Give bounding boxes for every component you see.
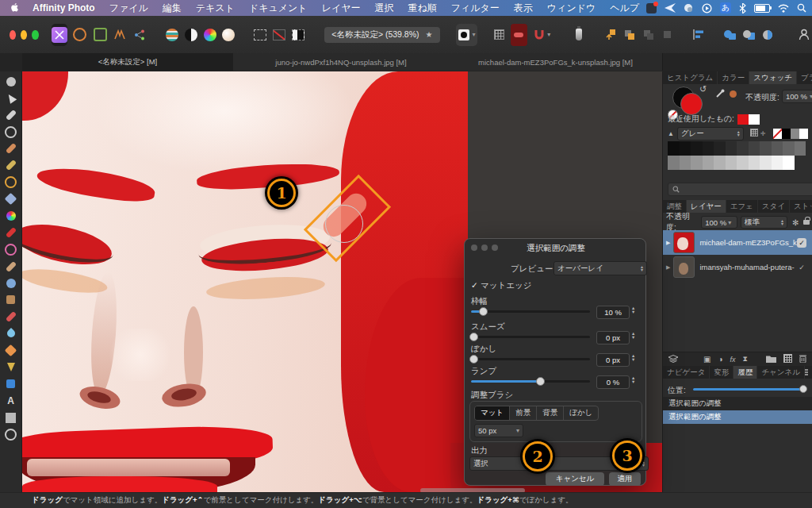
- layer-settings-gear-icon[interactable]: ✻: [792, 218, 799, 227]
- clone-stamp-tool-icon[interactable]: [4, 293, 18, 306]
- tone-mapping-persona-icon[interactable]: [113, 24, 128, 46]
- menu-file[interactable]: ファイル: [102, 2, 155, 15]
- feather-slider[interactable]: [471, 358, 590, 360]
- assistant-manager-icon[interactable]: [511, 24, 527, 46]
- primary-color-well[interactable]: [680, 93, 703, 115]
- palette-swatch[interactable]: [737, 141, 749, 156]
- palette-swatch[interactable]: [749, 141, 760, 156]
- grid-add-icon[interactable]: ✛: [760, 130, 766, 137]
- wifi-icon[interactable]: [778, 2, 789, 13]
- palette-swatch[interactable]: [760, 156, 772, 170]
- border-width-stepper[interactable]: ▴▾: [632, 306, 634, 314]
- export-persona-icon[interactable]: [132, 24, 147, 46]
- play-circle-icon[interactable]: [702, 2, 712, 13]
- elliptical-marquee-tool-icon[interactable]: [4, 175, 18, 189]
- palette-swatch[interactable]: [737, 156, 749, 170]
- disclosure-icon[interactable]: ▶: [663, 264, 673, 271]
- history-item[interactable]: 選択範囲の調整: [663, 397, 812, 410]
- menu-window[interactable]: ウィンドウ: [540, 2, 603, 15]
- menu-app-name[interactable]: Affinity Photo: [25, 2, 102, 13]
- liquify-persona-icon[interactable]: [72, 24, 87, 46]
- doc-tab-juno[interactable]: juno-jo-nwdPxf1h4NQ-unsplash.jpg [M]: [233, 53, 450, 71]
- swatch-white[interactable]: [799, 129, 808, 139]
- opacity-dropdown[interactable]: 100 %▾: [782, 90, 812, 103]
- palette-swatch[interactable]: [714, 156, 726, 170]
- flood-fill-tool-icon[interactable]: [4, 192, 18, 206]
- tab-styles[interactable]: スタイ: [758, 200, 790, 213]
- swatch-none[interactable]: [773, 129, 782, 139]
- spotlight-icon[interactable]: [797, 2, 806, 13]
- pixel-tool-icon[interactable]: [4, 260, 18, 273]
- tab-channels[interactable]: チャンネル: [757, 366, 805, 379]
- palette-swatch[interactable]: [668, 141, 680, 156]
- layer-lock-icon[interactable]: [803, 220, 810, 225]
- border-width-value[interactable]: 10 %: [596, 306, 630, 319]
- blend-mode-dropdown[interactable]: 標準▴▾: [741, 216, 787, 229]
- pattern-icon[interactable]: [783, 354, 792, 364]
- move-back-icon[interactable]: [660, 24, 674, 46]
- quick-mask-icon[interactable]: ▾: [456, 24, 477, 46]
- battery-icon[interactable]: [754, 2, 770, 13]
- cancel-button[interactable]: キャンセル: [546, 472, 604, 486]
- align-icon[interactable]: [691, 24, 707, 46]
- palette-swatch[interactable]: [703, 141, 714, 156]
- window-close-button[interactable]: [10, 30, 16, 40]
- snapping-icon[interactable]: ▾: [532, 24, 553, 46]
- doc-tab-untitled[interactable]: <名称未設定> [M]: [22, 53, 234, 71]
- magic-select-tool-icon[interactable]: [4, 159, 18, 172]
- panel-menu-icon[interactable]: [805, 371, 808, 373]
- palette-swatch[interactable]: [680, 141, 691, 156]
- mesh-warp-tool-icon[interactable]: [4, 411, 18, 425]
- fx-icon[interactable]: fx: [730, 356, 736, 364]
- grid-icon[interactable]: [492, 24, 506, 46]
- palette-swatch[interactable]: [691, 141, 703, 156]
- contact-icon[interactable]: [797, 24, 812, 46]
- tab-swatches[interactable]: スウォッチ: [749, 71, 797, 84]
- app-badge-icon[interactable]: [646, 2, 657, 13]
- color-picker-tool-icon[interactable]: [4, 108, 18, 121]
- palette-swatch[interactable]: [749, 156, 760, 170]
- develop-persona-icon[interactable]: [92, 24, 107, 46]
- menu-filter[interactable]: フィルター: [444, 2, 507, 15]
- grid-view-icon[interactable]: [750, 129, 758, 138]
- swatch-gray[interactable]: [791, 129, 799, 139]
- menu-select[interactable]: 選択: [367, 2, 400, 15]
- healing-brush-tool-icon[interactable]: [4, 310, 18, 324]
- brush-size-dropdown[interactable]: 50 px▾: [474, 424, 523, 437]
- swatch-black[interactable]: [782, 129, 791, 139]
- apple-menu-icon[interactable]: [0, 2, 25, 15]
- palette-swatch[interactable]: [772, 141, 783, 156]
- view-tool-icon[interactable]: [4, 75, 18, 88]
- favorite-icon[interactable]: ★: [426, 30, 433, 39]
- layer-visibility-checkbox[interactable]: ✓: [797, 238, 806, 248]
- blur-brush-tool-icon[interactable]: [4, 276, 18, 290]
- rectangle-tool-icon[interactable]: [4, 377, 18, 391]
- zoom-tool-icon[interactable]: [4, 428, 18, 441]
- window-zoom-button[interactable]: [32, 30, 38, 40]
- marquee-toggle-icon[interactable]: [253, 24, 267, 46]
- ramp-value[interactable]: 0 %: [596, 375, 630, 389]
- layer-thumbnail[interactable]: [673, 232, 695, 253]
- ramp-stepper[interactable]: ▴▾: [632, 376, 634, 383]
- palette-swatch[interactable]: [714, 141, 726, 156]
- auto-white-balance-icon[interactable]: [222, 24, 236, 46]
- sharpen-tool-icon[interactable]: [4, 344, 18, 357]
- history-item-selected[interactable]: 選択範囲の調整: [663, 410, 812, 424]
- palette-swatch[interactable]: [726, 156, 737, 170]
- palette-swatch[interactable]: [772, 156, 783, 170]
- tab-effects[interactable]: エフェ: [726, 200, 758, 213]
- tab-histogram[interactable]: ヒストグラム: [663, 71, 718, 84]
- menu-view[interactable]: 表示: [507, 2, 540, 15]
- delete-icon[interactable]: [799, 354, 806, 364]
- move-forward-icon[interactable]: [603, 24, 618, 46]
- recent-swatch-white[interactable]: [749, 114, 760, 125]
- palette-category-dropdown[interactable]: グレー▴▾: [677, 127, 744, 140]
- menu-edit[interactable]: 編集: [155, 2, 189, 15]
- live-filter-icon[interactable]: ⧗: [743, 355, 748, 364]
- auto-levels-icon[interactable]: [165, 24, 179, 46]
- move-front-icon[interactable]: [641, 24, 655, 46]
- assistant-toggle-icon[interactable]: [272, 24, 286, 46]
- gradient-tool-icon[interactable]: [4, 210, 18, 223]
- selection-brush-tool-icon[interactable]: [4, 142, 18, 156]
- palette-swatch[interactable]: [680, 156, 691, 170]
